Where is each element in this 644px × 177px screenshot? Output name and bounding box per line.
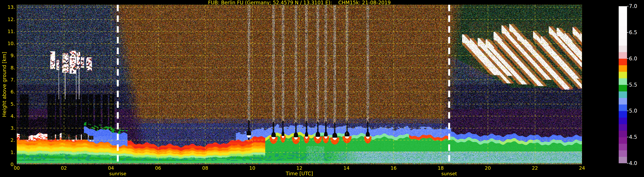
x-tick-label: 06 xyxy=(155,165,161,171)
x-tick-label: 24 xyxy=(579,165,585,171)
x-tick-label: 10 xyxy=(249,165,255,171)
colorbar-tick-label: 6.5 xyxy=(629,30,637,36)
colorbar-tick-mark xyxy=(627,85,628,85)
x-tick-label: 00 xyxy=(14,165,20,171)
x-axis-title: Time [UTC] xyxy=(17,171,582,176)
colorbar-tick-label: 5.5 xyxy=(629,82,637,88)
colorbar-tick-label: 4.5 xyxy=(629,134,637,140)
colorbar-tick-mark xyxy=(627,163,628,163)
colorbar xyxy=(619,6,627,163)
colorbar-tick-mark xyxy=(627,111,628,111)
colorbar-tick-mark xyxy=(627,6,628,7)
x-tick-label: 12 xyxy=(296,165,302,171)
colorbar-tick-mark xyxy=(627,32,628,33)
colorbar-tick-label: 7.0 xyxy=(629,3,637,9)
colorbar-tick-label: 6.0 xyxy=(629,56,637,62)
heatmap-canvas xyxy=(17,5,582,164)
x-tick-label: 14 xyxy=(344,165,350,171)
ceilometer-quicklook: FUB: Berlin FU (Germany; 52.4579 N / 13.… xyxy=(0,0,644,177)
sunrise-label: sunrise xyxy=(109,171,126,176)
colorbar-tick-mark xyxy=(627,137,628,137)
page-title: FUB: Berlin FU (Germany; 52.4579 N / 13.… xyxy=(17,0,582,5)
colorbar-tick-mark xyxy=(627,58,628,59)
colorbar-tick-label: 5.0 xyxy=(629,108,637,114)
x-tick-label: 20 xyxy=(485,165,491,171)
colorbar-tick-label: 4.0 xyxy=(629,160,637,166)
x-tick-label: 08 xyxy=(202,165,208,171)
x-tick-label: 18 xyxy=(438,165,444,171)
x-tick-label: 02 xyxy=(61,165,67,171)
x-tick-label: 22 xyxy=(532,165,538,171)
x-tick-label: 04 xyxy=(108,165,114,171)
colorbar-title: log(rc-signal) @ 1064 nm xyxy=(0,0,3,177)
sunset-label: sunset xyxy=(442,171,457,176)
x-tick-label: 16 xyxy=(390,165,396,171)
